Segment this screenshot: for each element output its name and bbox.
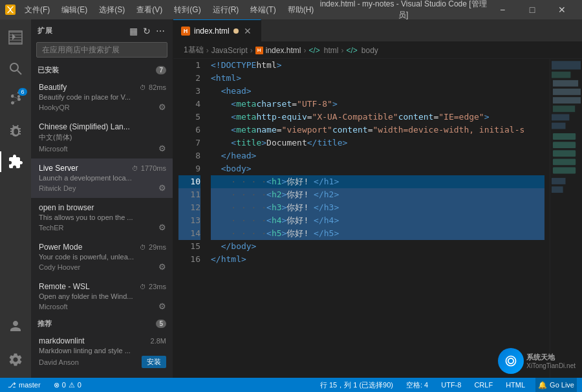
ext-remotewsl-gear[interactable]: ⚙ — [158, 301, 166, 311]
activity-search[interactable] — [0, 53, 31, 84]
editor-area: H index.html ✕ 1基础 › JavaScript › H inde… — [173, 19, 582, 378]
activity-explorer[interactable] — [0, 22, 31, 53]
vscode-icon — [5, 5, 16, 15]
activity-extensions[interactable] — [0, 146, 31, 177]
activity-scm[interactable]: 6 — [0, 84, 31, 115]
ext-powermode-time: 29ms — [149, 243, 166, 251]
line-num-5: 5 — [178, 111, 200, 124]
menu-view[interactable]: 查看(V) — [131, 0, 167, 19]
error-count: 0 — [62, 381, 66, 389]
recommended-count: 5 — [156, 320, 166, 328]
line-ending-label: CRLF — [474, 381, 493, 389]
breadcrumb-1basics[interactable]: 1基础 — [184, 45, 204, 56]
menu-help[interactable]: 帮助(H) — [283, 0, 319, 19]
line-num-6: 6 — [178, 124, 200, 136]
menu-select[interactable]: 选择(S) — [94, 0, 130, 19]
remotewsl-clock-icon: ⏱ — [140, 283, 146, 290]
breadcrumb-javascript[interactable]: JavaScript — [211, 46, 248, 55]
breadcrumb-body-label: body — [361, 46, 378, 55]
ext-remotewsl[interactable]: Remote - WSL ⏱ 23ms Open any folder in t… — [31, 277, 173, 316]
breadcrumb-html-icon: H — [255, 47, 263, 54]
search-box[interactable] — [36, 42, 167, 58]
search-input[interactable] — [36, 42, 167, 58]
menu-bar[interactable]: 文件(F) 编辑(E) 选择(S) 查看(V) 转到(G) 运行(R) 终端(T… — [19, 0, 319, 19]
more-icon[interactable]: ⋯ — [155, 25, 166, 38]
watermark: 系统天地 XiTongTianDi.net — [498, 348, 576, 374]
line-num-1: 1 — [178, 59, 200, 72]
filter-icon[interactable]: ▦ — [128, 25, 139, 38]
main-container: 6 扩展 ▦ ↻ ⋯ 已安 — [0, 19, 582, 378]
ext-chinese-gear[interactable]: ⚙ — [158, 144, 166, 153]
status-bar: ⎇ master ⊗ 0 ⚠ 0 行 15，列 1 (已选择90) 空格: 4 … — [0, 378, 582, 392]
breadcrumb-indexhtml[interactable]: H index.html — [255, 46, 301, 55]
ext-openinbrowser-gear[interactable]: ⚙ — [158, 223, 166, 232]
breadcrumb-sep2: › — [250, 46, 253, 55]
line-num-11: 11 — [178, 188, 200, 201]
install-markdownlint-button[interactable]: 安装 — [142, 356, 166, 368]
menu-run[interactable]: 运行(R) — [208, 0, 244, 19]
liveserver-status[interactable]: 🔔 Go Live — [535, 378, 577, 392]
clock-icon: ⏱ — [140, 84, 146, 91]
ext-beautify[interactable]: Beautify ⏱ 82ms Beautify code in place f… — [31, 78, 173, 117]
liveserver-icon: 🔔 — [538, 381, 547, 389]
ext-remotewsl-name: Remote - WSL — [39, 282, 90, 291]
svg-rect-16 — [552, 178, 566, 184]
line-num-9: 9 — [178, 162, 200, 175]
ext-liveserver[interactable]: Live Server ⏱ 1770ms Launch a developmen… — [31, 158, 173, 198]
svg-rect-13 — [553, 150, 576, 157]
errors-item[interactable]: ⊗ 0 ⚠ 0 — [51, 378, 84, 392]
ext-remotewsl-header: Remote - WSL ⏱ 23ms — [39, 282, 166, 291]
code-content[interactable]: <!DOCTYPE html> <html> <head> <meta char… — [206, 59, 550, 378]
ext-markdownlint-author: David Anson 安装 — [39, 356, 166, 368]
ext-powermode-meta: ⏱ 29ms — [140, 243, 166, 251]
tab-index-html[interactable]: H index.html ✕ — [173, 19, 261, 41]
powermode-clock-icon: ⏱ — [140, 244, 146, 251]
line-num-16: 16 — [178, 253, 200, 266]
breadcrumb-body[interactable]: </> body — [346, 46, 378, 55]
line-num-2: 2 — [178, 72, 200, 85]
activity-bar: 6 — [0, 19, 31, 378]
activity-debug[interactable] — [0, 115, 31, 146]
ext-powermode-gear[interactable]: ⚙ — [158, 262, 166, 272]
ext-liveserver-header: Live Server ⏱ 1770ms — [39, 164, 166, 173]
svg-rect-5 — [553, 80, 578, 87]
refresh-icon[interactable]: ↻ — [142, 25, 152, 38]
encoding-item[interactable]: UTF-8 — [438, 378, 464, 392]
close-button[interactable]: ✕ — [547, 0, 577, 19]
ext-liveserver-gear[interactable]: ⚙ — [158, 183, 166, 193]
section-installed[interactable]: 已安装 7 — [31, 63, 173, 78]
menu-file[interactable]: 文件(F) — [19, 0, 55, 19]
ext-markdownlint[interactable]: markdownlint 2.8M Markdown linting and s… — [31, 331, 173, 373]
ext-reactnative[interactable]: React Native Tools 2.2M Debugging and in… — [31, 373, 173, 378]
position-item[interactable]: 行 15，列 1 (已选择90) — [318, 378, 396, 392]
ext-chinese[interactable]: Chinese (Simplified) Lan... 中文(简体) Micro… — [31, 117, 173, 158]
breadcrumb-html[interactable]: </> html — [308, 46, 338, 55]
menu-edit[interactable]: 编辑(E) — [56, 0, 92, 19]
branch-item[interactable]: ⎇ master — [5, 378, 43, 392]
ext-liveserver-desc: Launch a development loca... — [39, 174, 166, 182]
spaces-item[interactable]: 空格: 4 — [404, 378, 431, 392]
menu-terminal[interactable]: 终端(T) — [245, 0, 281, 19]
ext-beautify-gear[interactable]: ⚙ — [158, 102, 166, 112]
svg-rect-14 — [553, 158, 576, 165]
titlebar: 文件(F) 编辑(E) 选择(S) 查看(V) 转到(G) 运行(R) 终端(T… — [0, 0, 582, 19]
line-num-3: 3 — [178, 85, 200, 98]
breadcrumb-body-tag-icon: </> — [346, 46, 357, 55]
ext-powermode[interactable]: Power Mode ⏱ 29ms Your code is powerful,… — [31, 237, 173, 277]
activity-settings[interactable] — [0, 344, 31, 375]
menu-goto[interactable]: 转到(G) — [169, 0, 206, 19]
tab-close-button[interactable]: ✕ — [242, 26, 253, 36]
code-line-2: <html> — [211, 72, 544, 85]
ext-markdownlint-meta: 2.8M — [151, 337, 166, 345]
ext-openinbrowser[interactable]: open in browser This allows you to open … — [31, 198, 173, 237]
window-controls[interactable]: − □ ✕ — [488, 0, 577, 19]
activity-account[interactable] — [0, 310, 31, 342]
maximize-button[interactable]: □ — [517, 0, 547, 19]
breadcrumb-1basics-label: 1基础 — [184, 45, 204, 56]
line-ending-item[interactable]: CRLF — [471, 378, 495, 392]
watermark-logo — [498, 348, 524, 374]
section-recommended[interactable]: 推荐 5 — [31, 316, 173, 331]
minimize-button[interactable]: − — [488, 0, 517, 19]
language-item[interactable]: HTML — [503, 378, 528, 392]
line-num-7: 7 — [178, 136, 200, 149]
